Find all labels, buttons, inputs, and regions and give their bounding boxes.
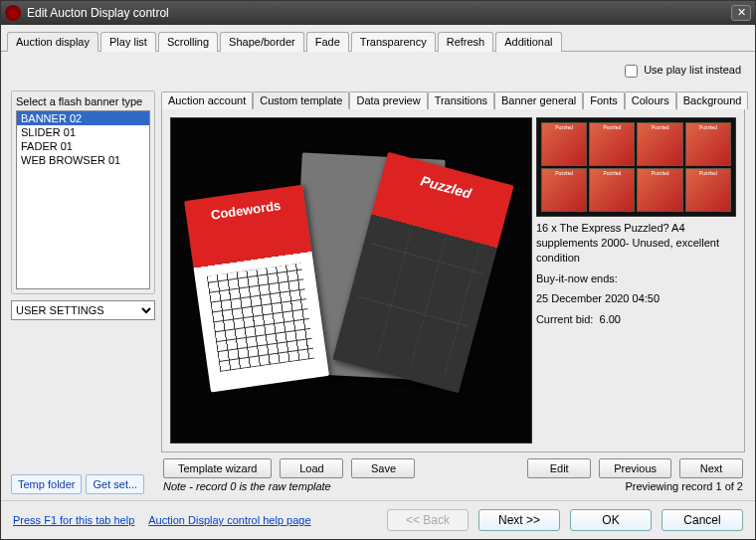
- preview-thumbnail-grid: Puzzled Puzzled Puzzled Puzzled Puzzled …: [536, 117, 736, 217]
- thumb-mini: Puzzled: [637, 168, 682, 212]
- load-button[interactable]: Load: [280, 458, 343, 478]
- tab-colours[interactable]: Colours: [625, 91, 676, 109]
- left-button-row: Temp folder Get set...: [11, 474, 155, 494]
- tab-custom-template[interactable]: Custom template: [253, 91, 349, 109]
- footer-buttons: << Back Next >> OK Cancel: [387, 509, 743, 531]
- template-toolbar: Template wizard Load Save Edit Previous …: [161, 452, 745, 478]
- current-bid-label: Current bid:: [536, 313, 593, 325]
- tab-scrolling[interactable]: Scrolling: [158, 32, 218, 52]
- use-playlist-checkbox[interactable]: [625, 65, 638, 78]
- thumb-mini: Puzzled: [685, 168, 731, 212]
- tab-play-list[interactable]: Play list: [100, 32, 156, 52]
- template-wizard-button[interactable]: Template wizard: [163, 458, 272, 478]
- cancel-button[interactable]: Cancel: [662, 509, 743, 531]
- thumb-mini: Puzzled: [541, 122, 587, 166]
- edit-auction-display-window: Edit Aucton Display control ✕ Auction di…: [0, 0, 756, 540]
- tab-refresh[interactable]: Refresh: [438, 32, 494, 52]
- outer-tabstrip: Auction display Play list Scrolling Shap…: [1, 25, 755, 52]
- preview-record-status: Previewing record 1 of 2: [625, 480, 743, 492]
- left-column: Select a flash banner type BANNER 02 SLI…: [11, 90, 155, 494]
- note-row: Note - record 0 is the raw template Prev…: [161, 478, 745, 494]
- ok-button[interactable]: OK: [570, 509, 652, 531]
- list-item[interactable]: FADER 01: [17, 139, 149, 153]
- save-button[interactable]: Save: [351, 458, 415, 478]
- tab-content: Use play list instead Select a flash ban…: [1, 52, 755, 500]
- thumb-mini: Puzzled: [589, 122, 635, 166]
- buy-now-label: Buy-it-now ends:: [536, 271, 736, 286]
- control-help-link[interactable]: Auction Display control help page: [148, 514, 310, 526]
- banner-type-label: Select a flash banner type: [16, 95, 150, 107]
- preview-area: Puzzled Puzzled Puzzled Puzzled Puzzled …: [161, 109, 745, 452]
- tab-transparency[interactable]: Transparency: [351, 32, 436, 52]
- list-item[interactable]: BANNER 02: [17, 111, 149, 125]
- banner-type-fieldset: Select a flash banner type BANNER 02 SLI…: [11, 90, 155, 294]
- list-item[interactable]: SLIDER 01: [17, 125, 149, 139]
- inner-tabstrip: Auction account Custom template Data pre…: [161, 90, 745, 109]
- temp-folder-button[interactable]: Temp folder: [11, 474, 82, 494]
- thumb-mini: Puzzled: [541, 168, 587, 212]
- item-title-text: 16 x The Express Puzzled? A4 supplements…: [536, 221, 736, 266]
- f1-help-link[interactable]: Press F1 for this tab help: [13, 514, 134, 526]
- use-playlist-row: Use play list instead: [11, 58, 745, 90]
- current-bid-value: 6.00: [600, 313, 621, 325]
- titlebar: Edit Aucton Display control ✕: [1, 1, 755, 25]
- use-playlist-label: Use play list instead: [644, 64, 741, 76]
- tab-transitions[interactable]: Transitions: [428, 91, 494, 109]
- window-title: Edit Aucton Display control: [27, 6, 731, 20]
- close-icon[interactable]: ✕: [731, 5, 751, 21]
- tab-shape-border[interactable]: Shape/border: [220, 32, 304, 52]
- current-bid-row: Current bid: 6.00: [536, 312, 736, 327]
- previous-button[interactable]: Previous: [599, 458, 671, 478]
- preview-side: Puzzled Puzzled Puzzled Puzzled Puzzled …: [536, 117, 736, 444]
- user-settings-dropdown[interactable]: USER SETTINGS: [11, 300, 155, 320]
- edit-button[interactable]: Edit: [527, 458, 591, 478]
- thumb-mini: Puzzled: [685, 122, 731, 166]
- magazine-stack-graphic: [180, 142, 522, 418]
- back-button: << Back: [387, 509, 469, 531]
- tab-fade[interactable]: Fade: [306, 32, 349, 52]
- banner-type-listbox[interactable]: BANNER 02 SLIDER 01 FADER 01 WEB BROWSER…: [16, 110, 150, 289]
- list-item[interactable]: WEB BROWSER 01: [17, 153, 149, 167]
- buy-now-value: 25 December 2020 04:50: [536, 291, 736, 306]
- next-button[interactable]: Next >>: [478, 509, 560, 531]
- next-record-button[interactable]: Next: [679, 458, 743, 478]
- tab-background[interactable]: Background: [676, 91, 749, 109]
- tab-fonts[interactable]: Fonts: [583, 91, 625, 109]
- thumb-mini: Puzzled: [637, 122, 682, 166]
- tab-banner-general[interactable]: Banner general: [494, 91, 583, 109]
- main-grid: Select a flash banner type BANNER 02 SLI…: [11, 90, 745, 494]
- right-column: Auction account Custom template Data pre…: [161, 90, 745, 494]
- app-icon: [5, 5, 21, 21]
- get-set-button[interactable]: Get set...: [86, 474, 144, 494]
- tab-auction-display[interactable]: Auction display: [7, 32, 98, 52]
- preview-main-image: [170, 117, 532, 444]
- preview-description: 16 x The Express Puzzled? A4 supplements…: [536, 221, 736, 333]
- note-text: Note - record 0 is the raw template: [163, 480, 331, 492]
- tab-auction-account[interactable]: Auction account: [161, 91, 253, 109]
- tab-data-preview[interactable]: Data preview: [349, 91, 427, 109]
- thumb-mini: Puzzled: [589, 168, 635, 212]
- tab-additional[interactable]: Additional: [495, 32, 561, 52]
- dialog-footer: Press F1 for this tab help Auction Displ…: [1, 500, 755, 539]
